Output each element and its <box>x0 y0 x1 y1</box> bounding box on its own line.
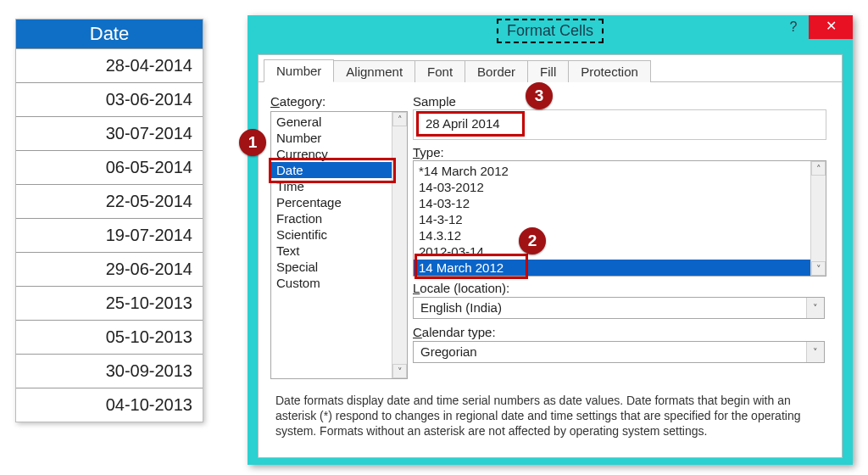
tab-border[interactable]: Border <box>465 60 528 82</box>
category-item-fraction[interactable]: Fraction <box>271 210 407 226</box>
cell[interactable]: 29-06-2014 <box>16 252 203 286</box>
category-item-time[interactable]: Time <box>271 178 407 194</box>
tab-number[interactable]: Number <box>264 59 334 82</box>
window-controls: ? ✕ <box>778 15 853 39</box>
type-label: Type: <box>413 145 444 159</box>
cell[interactable]: 19-07-2014 <box>16 218 203 252</box>
cell[interactable]: 05-10-2013 <box>16 320 203 354</box>
tab-fill[interactable]: Fill <box>527 60 569 82</box>
sample-box: 28 April 2014 <box>413 109 826 140</box>
cell[interactable]: 04-10-2013 <box>16 388 203 422</box>
screenshot-stage: Date 28-04-2014 03-06-2014 30-07-2014 06… <box>0 0 868 475</box>
number-panel: Category: General Number Currency Accoun… <box>267 89 833 452</box>
type-item-selected[interactable]: 14 March 2012 <box>414 260 826 276</box>
chevron-down-icon[interactable]: ˅ <box>806 298 824 318</box>
category-items: General Number Currency Accounting Date … <box>271 112 407 293</box>
type-item[interactable]: 14-03-12 <box>414 195 826 211</box>
locale-combo[interactable]: English (India) ˅ <box>413 297 825 319</box>
sample-value: 28 April 2014 <box>420 115 505 131</box>
category-item-custom[interactable]: Custom <box>271 275 407 291</box>
format-cells-dialog: Format Cells ? ✕ Number Alignment Font B… <box>248 15 853 465</box>
category-item-scientific[interactable]: Scientific <box>271 226 407 243</box>
type-item[interactable]: 14.3.12 <box>414 227 826 243</box>
category-item-text[interactable]: Text <box>271 243 407 259</box>
help-button[interactable]: ? <box>778 15 809 39</box>
calendar-type-combo[interactable]: Gregorian ˅ <box>413 341 825 363</box>
category-item-special[interactable]: Special <box>271 259 407 275</box>
type-item[interactable]: 14-3-12 <box>414 211 826 227</box>
calendar-type-label: Calendar type: <box>413 325 496 339</box>
scrollbar[interactable]: ˄ ˅ <box>810 161 826 276</box>
cell[interactable]: 28-04-2014 <box>16 48 203 82</box>
scroll-up-icon[interactable]: ˄ <box>811 161 826 176</box>
type-listbox[interactable]: *14 March 2012 14-03-2012 14-03-12 14-3-… <box>413 160 826 277</box>
tab-alignment[interactable]: Alignment <box>333 60 415 82</box>
type-item[interactable]: 2012-03-14 <box>414 243 826 260</box>
tabs: Number Alignment Font Border Fill Protec… <box>259 55 842 82</box>
category-item-currency[interactable]: Currency <box>271 146 407 162</box>
excel-column: Date 28-04-2014 03-06-2014 30-07-2014 06… <box>15 19 203 422</box>
scroll-down-icon[interactable]: ˅ <box>811 261 826 276</box>
cell[interactable]: 03-06-2014 <box>16 82 203 116</box>
info-text: Date formats display date and time seria… <box>275 393 825 439</box>
cell[interactable]: 22-05-2014 <box>16 184 203 218</box>
locale-value: English (India) <box>414 298 824 317</box>
sample-label: Sample <box>413 94 456 109</box>
category-item-percentage[interactable]: Percentage <box>271 194 407 210</box>
column-header-date[interactable]: Date <box>16 20 203 48</box>
close-button[interactable]: ✕ <box>809 15 853 39</box>
category-listbox[interactable]: General Number Currency Accounting Date … <box>270 111 408 379</box>
type-item[interactable]: *14 March 2012 <box>414 163 826 179</box>
tab-font[interactable]: Font <box>415 60 465 82</box>
tab-protection[interactable]: Protection <box>568 60 651 82</box>
category-item-date[interactable]: Date <box>271 162 407 178</box>
cell[interactable]: 06-05-2014 <box>16 150 203 184</box>
scrollbar[interactable]: ˄ ˅ <box>392 112 407 378</box>
category-item-general[interactable]: General <box>271 114 407 130</box>
chevron-down-icon[interactable]: ˅ <box>806 342 824 362</box>
cell[interactable]: 30-07-2014 <box>16 116 203 150</box>
type-item[interactable]: 14-03-2012 <box>414 179 826 195</box>
dialog-title: Format Cells <box>497 19 604 43</box>
type-items: *14 March 2012 14-03-2012 14-03-12 14-3-… <box>414 161 826 277</box>
cell[interactable]: 25-10-2013 <box>16 286 203 320</box>
cell[interactable]: 30-09-2013 <box>16 354 203 388</box>
dialog-titlebar[interactable]: Format Cells ? ✕ <box>248 15 853 46</box>
calendar-type-value: Gregorian <box>414 342 824 361</box>
scroll-down-icon[interactable]: ˅ <box>392 364 407 378</box>
category-item-number[interactable]: Number <box>271 130 407 146</box>
dialog-body: Number Alignment Font Border Fill Protec… <box>258 54 843 458</box>
category-label: Category: <box>270 94 326 109</box>
locale-label: Locale (location): <box>413 281 509 295</box>
scroll-up-icon[interactable]: ˄ <box>392 112 407 126</box>
